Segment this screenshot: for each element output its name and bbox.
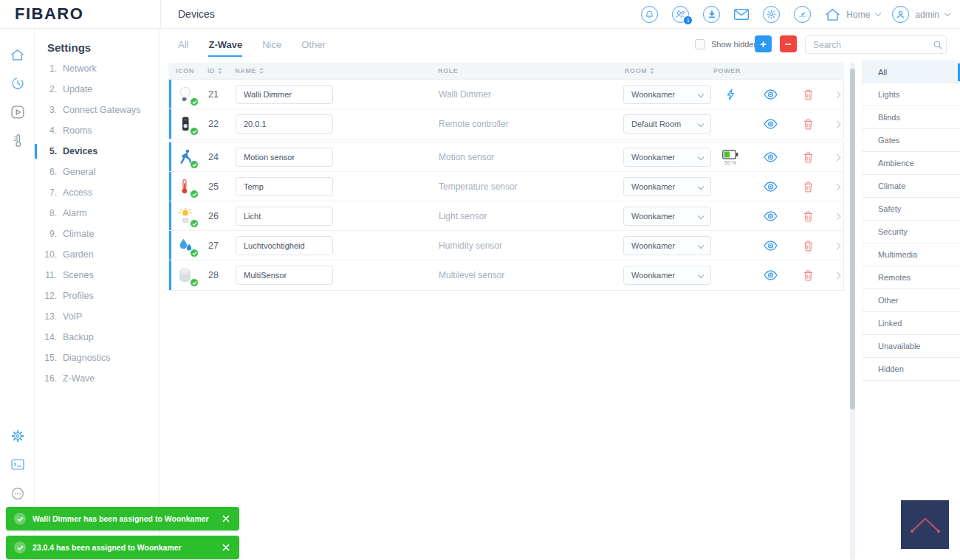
rail-media-play-icon[interactable]: [0, 106, 35, 119]
rail-climate-thermometer-icon[interactable]: [0, 134, 35, 148]
filter-remotes[interactable]: Remotes: [862, 266, 960, 289]
delete-trash-icon[interactable]: [799, 260, 817, 290]
filter-linked[interactable]: Linked: [862, 312, 960, 335]
room-select[interactable]: Woonkamer: [623, 177, 711, 196]
sidebar-item-devices[interactable]: 5.Devices: [35, 141, 160, 162]
sidebar-item-alarm[interactable]: 8.Alarm: [35, 203, 160, 224]
settings-gear-icon[interactable]: [763, 6, 780, 23]
filter-gates[interactable]: Gates: [862, 129, 960, 152]
filter-climate[interactable]: Climate: [862, 175, 960, 198]
account-menu[interactable]: admin: [892, 6, 950, 23]
home-selector[interactable]: Home: [825, 8, 880, 21]
scrollbar-thumb[interactable]: [850, 69, 855, 409]
device-name-input[interactable]: [236, 266, 333, 285]
delete-trash-icon[interactable]: [799, 142, 817, 172]
col-id[interactable]: ID: [208, 63, 222, 79]
visibility-eye-icon[interactable]: [760, 260, 781, 290]
row-expand-chevron[interactable]: [829, 201, 844, 231]
sidebar-item-diagnostics[interactable]: 15.Diagnostics: [35, 348, 160, 368]
device-name-input[interactable]: [236, 236, 333, 255]
toast-close-icon[interactable]: [221, 542, 231, 553]
remove-device-button[interactable]: −: [780, 35, 797, 52]
room-select[interactable]: Default Room: [623, 114, 711, 134]
download-update-icon[interactable]: [703, 6, 720, 23]
toast-close-icon[interactable]: [221, 514, 231, 524]
row-expand-chevron[interactable]: [829, 109, 844, 139]
sidebar-item-update[interactable]: 2.Update: [35, 79, 160, 100]
sidebar-item-garden[interactable]: 10.Garden: [35, 244, 160, 265]
scroll-top-corner-button[interactable]: [901, 500, 949, 549]
sidebar-item-rooms[interactable]: 4.Rooms: [35, 120, 160, 141]
sidebar-item-zwave[interactable]: 16.Z-Wave: [35, 368, 160, 389]
sort-icon: [218, 68, 222, 74]
device-name-input[interactable]: [236, 85, 333, 104]
add-device-button[interactable]: +: [755, 35, 772, 52]
row-expand-chevron[interactable]: [829, 172, 844, 201]
tab-all[interactable]: All: [178, 29, 188, 61]
delete-trash-icon[interactable]: [799, 109, 817, 139]
table-row-24: 24 Motion sensor Woonkamer 50 %: [169, 142, 843, 172]
filter-safety[interactable]: Safety: [862, 198, 960, 221]
visibility-eye-icon[interactable]: [760, 80, 781, 109]
row-expand-chevron[interactable]: [829, 260, 844, 290]
diagnostics-gauge-icon[interactable]: [794, 6, 811, 23]
home-icon: [825, 8, 840, 21]
visibility-eye-icon[interactable]: [760, 142, 781, 172]
room-select[interactable]: Woonkamer: [623, 266, 711, 285]
tab-nice[interactable]: Nice: [262, 29, 281, 61]
rail-terminal-icon[interactable]: [0, 459, 35, 470]
visibility-eye-icon[interactable]: [760, 172, 781, 201]
tab-zwave[interactable]: Z-Wave: [208, 29, 242, 61]
visibility-eye-icon[interactable]: [760, 231, 781, 260]
delete-trash-icon[interactable]: [799, 80, 817, 109]
row-expand-chevron[interactable]: [829, 80, 844, 109]
filter-hidden[interactable]: Hidden: [862, 358, 960, 381]
filter-other[interactable]: Other: [862, 289, 960, 312]
room-select[interactable]: Woonkamer: [623, 85, 711, 104]
users-icon[interactable]: 1: [672, 6, 689, 23]
rail-home-icon[interactable]: [0, 49, 35, 61]
room-select[interactable]: Woonkamer: [623, 148, 711, 167]
rail-more-dots-icon[interactable]: [0, 487, 35, 500]
search-input[interactable]: [806, 40, 933, 50]
tab-other[interactable]: Other: [301, 29, 326, 61]
show-hidden-control[interactable]: Show hidden: [689, 39, 758, 49]
col-room[interactable]: ROOM: [625, 63, 654, 79]
filter-blinds[interactable]: Blinds: [862, 106, 960, 129]
sidebar-item-scenes[interactable]: 11.Scenes: [35, 265, 160, 286]
filter-ambience[interactable]: Ambience: [862, 152, 960, 175]
mail-envelope-icon[interactable]: [734, 9, 749, 20]
rail-history-clock-icon[interactable]: [0, 77, 35, 90]
row-expand-chevron[interactable]: [829, 142, 844, 172]
delete-trash-icon[interactable]: [799, 231, 817, 260]
filter-security[interactable]: Security: [862, 221, 960, 243]
sidebar-item-backup[interactable]: 14.Backup: [35, 327, 160, 348]
filter-multimedia[interactable]: Multimedia: [862, 243, 960, 266]
filter-unavailable[interactable]: Unavailable: [862, 335, 960, 358]
sidebar-item-climate[interactable]: 9.Climate: [35, 224, 160, 244]
show-hidden-checkbox[interactable]: [695, 39, 705, 49]
device-name-input[interactable]: [236, 148, 333, 167]
sidebar-item-network[interactable]: 1.Network: [35, 58, 160, 79]
delete-trash-icon[interactable]: [799, 172, 817, 201]
delete-trash-icon[interactable]: [799, 201, 817, 231]
vertical-scrollbar[interactable]: [850, 63, 855, 560]
visibility-eye-icon[interactable]: [760, 201, 781, 231]
sidebar-item-voip[interactable]: 13.VoIP: [35, 306, 160, 327]
sidebar-item-general[interactable]: 6.General: [35, 162, 160, 182]
device-name-input[interactable]: [236, 114, 333, 134]
sidebar-item-access[interactable]: 7.Access: [35, 182, 160, 203]
sidebar-item-profiles[interactable]: 12.Profiles: [35, 286, 160, 306]
filter-all[interactable]: All: [862, 61, 960, 83]
visibility-eye-icon[interactable]: [760, 109, 781, 139]
sidebar-item-connect-gateways[interactable]: 3.Connect Gateways: [35, 100, 160, 120]
device-name-input[interactable]: [236, 207, 333, 226]
alarm-bell-icon[interactable]: [641, 6, 658, 23]
room-select[interactable]: Woonkamer: [623, 236, 711, 255]
row-expand-chevron[interactable]: [829, 231, 844, 260]
filter-lights[interactable]: Lights: [862, 83, 960, 106]
col-name[interactable]: NAME: [235, 63, 264, 79]
device-name-input[interactable]: [236, 177, 333, 196]
room-select[interactable]: Woonkamer: [623, 207, 711, 226]
rail-settings-gear-icon[interactable]: [0, 429, 35, 443]
